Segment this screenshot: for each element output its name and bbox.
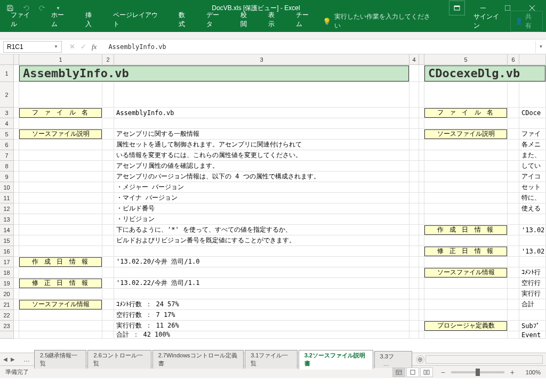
cell[interactable]	[424, 310, 508, 321]
row-header[interactable]: 15	[0, 235, 14, 246]
cell[interactable]	[410, 235, 419, 246]
cell[interactable]	[508, 331, 519, 339]
cell[interactable]	[410, 278, 419, 289]
cell[interactable]	[14, 161, 19, 172]
cell[interactable]	[102, 289, 114, 299]
cell[interactable]: フ ァ イ ル 名	[19, 108, 102, 118]
tab-view[interactable]: 表示	[261, 7, 288, 32]
cell[interactable]	[102, 214, 114, 225]
cell[interactable]	[410, 150, 419, 161]
cell[interactable]	[102, 118, 114, 129]
cell[interactable]	[19, 182, 102, 193]
cell[interactable]	[508, 225, 519, 235]
cell[interactable]: CDoce	[519, 108, 546, 118]
qat-customize-icon[interactable]: ▼	[53, 3, 63, 13]
cell[interactable]	[508, 193, 519, 203]
share-button[interactable]: 👤 共有	[510, 11, 543, 32]
cell[interactable]	[508, 161, 519, 172]
cell[interactable]	[424, 235, 508, 246]
row-header[interactable]: 2	[0, 82, 14, 108]
cell[interactable]: ｺﾒﾝﾄ行数 ： 24 57%	[114, 299, 410, 310]
cell[interactable]	[14, 278, 19, 289]
cell[interactable]: 作 成 日 情 報	[424, 225, 508, 235]
cell[interactable]	[508, 299, 519, 310]
cell[interactable]	[419, 150, 424, 161]
tab-insert[interactable]: 挿入	[78, 7, 106, 32]
cell[interactable]	[102, 235, 114, 246]
cell[interactable]	[410, 257, 419, 267]
cell[interactable]: 修 正 日 情 報	[19, 278, 102, 289]
cell[interactable]	[19, 172, 102, 182]
row-header[interactable]: 4	[0, 118, 14, 129]
cell[interactable]	[102, 225, 114, 235]
cell[interactable]	[410, 203, 419, 214]
cell[interactable]: 合計	[519, 299, 546, 310]
name-box[interactable]: R1C1 ▼	[3, 41, 62, 53]
name-box-dropdown-icon[interactable]: ▼	[54, 44, 58, 49]
cell[interactable]: '13.02	[519, 225, 546, 235]
cancel-formula-icon[interactable]: ✕	[69, 43, 75, 51]
save-icon[interactable]	[5, 3, 15, 13]
cell[interactable]	[424, 182, 508, 193]
cell[interactable]: 修 正 日 情 報	[424, 246, 508, 257]
cell[interactable]	[419, 172, 424, 182]
cell[interactable]	[102, 278, 114, 289]
tab-pagelayout[interactable]: ページレイアウト	[106, 7, 172, 32]
row-header[interactable]: 14	[0, 225, 14, 235]
cell[interactable]	[102, 172, 114, 182]
cell[interactable]	[419, 257, 424, 267]
cell[interactable]	[508, 267, 519, 278]
cell[interactable]	[19, 235, 102, 246]
cell[interactable]	[419, 118, 424, 129]
row-header[interactable]: 11	[0, 193, 14, 203]
cell[interactable]	[419, 82, 424, 108]
cell[interactable]	[419, 182, 424, 193]
zoom-out-button[interactable]: −	[439, 368, 447, 377]
cell[interactable]	[424, 214, 508, 225]
cell[interactable]	[424, 299, 508, 310]
new-sheet-button[interactable]: ⊕	[416, 355, 424, 364]
col-header[interactable]	[519, 54, 546, 65]
view-pagelayout-icon[interactable]	[406, 368, 419, 377]
cell[interactable]	[410, 214, 419, 225]
cell[interactable]: 実行行数 ： 11 26%	[114, 321, 410, 331]
cell[interactable]: フ ァ イ ル 名	[424, 108, 508, 118]
cell[interactable]	[410, 108, 419, 118]
cell[interactable]: アセンブリ属性の値を確認します。	[114, 161, 410, 172]
row-header[interactable]: 5	[0, 129, 14, 140]
cell[interactable]	[419, 129, 424, 140]
cell[interactable]	[410, 129, 419, 140]
cell[interactable]	[424, 140, 508, 150]
cell[interactable]	[419, 214, 424, 225]
cell[interactable]	[114, 246, 410, 257]
cell[interactable]	[419, 203, 424, 214]
cell[interactable]	[102, 331, 114, 339]
cell[interactable]	[14, 82, 19, 108]
tab-nav-next-icon[interactable]: ▶	[11, 356, 15, 362]
col-header[interactable]	[419, 54, 424, 65]
cell[interactable]	[102, 299, 114, 310]
row-header[interactable]: 6	[0, 140, 14, 150]
cell[interactable]	[14, 246, 19, 257]
cell[interactable]	[114, 289, 410, 299]
row-header[interactable]: 7	[0, 150, 14, 161]
cell[interactable]	[410, 82, 419, 108]
tell-me-search[interactable]: 💡 実行したい作業を入力してください	[323, 12, 436, 30]
zoom-slider-thumb[interactable]	[476, 369, 480, 376]
tab-team[interactable]: チーム	[288, 7, 323, 32]
cell[interactable]	[14, 182, 19, 193]
cell[interactable]	[508, 108, 519, 118]
cell[interactable]	[419, 65, 424, 82]
cell[interactable]: ソースファイル情報	[424, 267, 508, 278]
cell[interactable]	[508, 235, 519, 246]
cell[interactable]	[410, 299, 419, 310]
cell[interactable]	[410, 140, 419, 150]
cell[interactable]: Event	[519, 331, 546, 339]
cell[interactable]	[102, 193, 114, 203]
cell[interactable]	[410, 225, 419, 235]
cell[interactable]	[14, 225, 19, 235]
cell[interactable]	[410, 182, 419, 193]
cell[interactable]	[14, 150, 19, 161]
cell[interactable]	[419, 235, 424, 246]
cell[interactable]	[508, 118, 519, 129]
